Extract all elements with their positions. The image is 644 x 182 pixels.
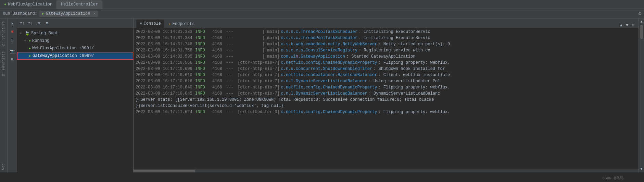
- left-tree-panel: ≡↑ ≡↓ ⊞ ▼ ▾ 🍃 Spring Boot ▾ ● Running ▶: [17, 19, 134, 172]
- springboot-tree-item[interactable]: ▾ 🍃 Spring Boot: [17, 29, 133, 37]
- log-line: 2022-03-09 16:17:10.609 INFO 4168 --- [c…: [134, 66, 639, 72]
- scroll-up-arrow[interactable]: ▲: [640, 19, 643, 24]
- log-line-continuation: },Server stats: [[Server:192.168.1.29:80…: [134, 97, 639, 103]
- stop-button[interactable]: ■: [9, 28, 16, 36]
- webflux-tab-icon: ●: [4, 2, 7, 7]
- right-scroll-panel: ▲ ▼: [639, 19, 644, 172]
- log-line: 2022-03-09 16:14:31.334 INFO 4168 --- [ …: [134, 35, 639, 41]
- far-left-panel: Z: Structure 2: Favorites Web: [0, 19, 8, 172]
- springboot-icon: 🍃: [25, 31, 30, 36]
- camera-button[interactable]: 📷: [9, 47, 16, 55]
- scroll-up-button[interactable]: ▲: [619, 23, 624, 28]
- gateway-app-label: GatewayApplication :9999/: [33, 53, 94, 58]
- filter-button[interactable]: ▼: [43, 20, 51, 27]
- vertical-tab-favorites[interactable]: 2: Favorites: [1, 49, 6, 79]
- log-line-last: 2022-03-09 16:17:11.624 INFO 4168 --- [e…: [134, 109, 639, 115]
- springboot-arrow: ▾: [20, 31, 23, 35]
- settings-icon[interactable]: ⚙: [639, 11, 641, 16]
- gateway-close-btn[interactable]: ×: [93, 12, 96, 16]
- hello-tab-label: HelloController: [61, 2, 98, 7]
- webflux-tree-item[interactable]: ▶ WebfluxApplication :8001/: [17, 45, 133, 52]
- left-action-panel: ↺ ■ ⏸ 📷 ⊞: [8, 19, 17, 172]
- webflux-tree-run-icon: ▶: [29, 46, 31, 50]
- top-file-tabs: ● WebfluxApplication HelloController: [0, 0, 644, 9]
- log-line: 2022-03-09 16:17:10.616 INFO 4168 --- [c…: [134, 78, 639, 84]
- endpoints-tab-label: Endpoints: [173, 22, 195, 26]
- sort-up-button[interactable]: ≡↑: [18, 20, 26, 27]
- running-icon: ●: [29, 39, 31, 43]
- log-line: 2022-03-09 16:14:31.333 INFO 4168 --- [ …: [134, 29, 639, 35]
- running-tree-item[interactable]: ▾ ● Running: [17, 37, 133, 45]
- console-tab[interactable]: ≡ Console: [136, 20, 164, 28]
- gateway-tab-label: GatewayApplication: [46, 11, 90, 16]
- group-button[interactable]: ⊞: [35, 20, 42, 27]
- log-line: 2022-03-09 16:14:31.748 INFO 4168 --- [ …: [134, 41, 639, 47]
- console-tabs-bar: ≡ Console ⚡ Endpoints ▲ ▼ ⚙: [134, 19, 639, 28]
- top-right-settings: ⚙: [639, 11, 641, 16]
- running-arrow: ▾: [24, 39, 27, 43]
- log-line: 2022-03-09 16:14:32.595 INFO 4168 --- [ …: [134, 53, 639, 60]
- gateway-tree-item[interactable]: ▶ GatewayApplication :9999/: [17, 52, 133, 60]
- log-output-area[interactable]: 2022-03-09 16:14:31.333 INFO 4168 --- [ …: [134, 28, 639, 169]
- vertical-tab-web[interactable]: Web: [1, 161, 6, 172]
- pause-button[interactable]: ⏸: [9, 36, 16, 44]
- springboot-label: Spring Boot: [31, 31, 58, 36]
- log-line-continuation-2: }}ServerList:ConsulServerList{serviceId=…: [134, 103, 639, 109]
- console-tab-icon: ≡: [140, 22, 142, 26]
- running-label: Running: [32, 38, 49, 43]
- gateway-tree-run-icon: ▶: [29, 54, 31, 58]
- run-dashboard-label: Run Dashboard:: [3, 11, 37, 16]
- grid-button[interactable]: ⊞: [9, 56, 16, 63]
- main-layout: Z: Structure 2: Favorites Web ↺ ■ ⏸ 📷 ⊞ …: [0, 19, 644, 172]
- scroll-track: [640, 25, 643, 166]
- scroll-thumb[interactable]: [640, 25, 643, 39]
- vertical-tab-structure[interactable]: Z: Structure: [1, 19, 6, 49]
- endpoints-tab-icon: ⚡: [168, 22, 171, 26]
- tree-container: ▾ 🍃 Spring Boot ▾ ● Running ▶ WebfluxApp…: [17, 28, 133, 172]
- webflux-tab[interactable]: ● WebfluxApplication: [0, 0, 57, 9]
- hello-tab[interactable]: HelloController: [57, 0, 102, 9]
- tree-toolbar: ≡↑ ≡↓ ⊞ ▼: [17, 19, 133, 28]
- watermark: CSDN @鸟鸟: [602, 175, 623, 181]
- gateway-run-tab[interactable]: ▶ GatewayApplication ×: [39, 11, 98, 17]
- scroll-down-arrow[interactable]: ▼: [640, 167, 643, 172]
- log-line: 2022-03-09 16:17:10.610 INFO 4168 --- [c…: [134, 72, 639, 78]
- log-line: 2022-03-09 16:14:31.758 INFO 4168 --- [ …: [134, 47, 639, 53]
- console-tab-label: Console: [144, 21, 161, 26]
- right-console-panel: ≡ Console ⚡ Endpoints ▲ ▼ ⚙ 2022-03-09 1…: [134, 19, 639, 172]
- horizontal-scrollbar[interactable]: [134, 169, 639, 172]
- gateway-tab-icon: ▶: [42, 12, 44, 16]
- log-line: 2022-03-09 16:17:10.566 INFO 4168 --- [c…: [134, 60, 639, 66]
- run-dashboard-bar: Run Dashboard: ▶ GatewayApplication × ⚙: [0, 9, 644, 19]
- webflux-app-label: WebfluxApplication :8001/: [32, 46, 94, 51]
- sort-down-button[interactable]: ≡↓: [27, 20, 34, 27]
- console-settings-icon[interactable]: ⚙: [630, 22, 636, 28]
- scroll-down-button[interactable]: ▼: [624, 23, 630, 28]
- refresh-button[interactable]: ↺: [9, 20, 16, 27]
- h-scrollbar-thumb[interactable]: [134, 170, 195, 172]
- endpoints-tab[interactable]: ⚡ Endpoints: [165, 20, 198, 28]
- webflux-tab-label: WebfluxApplication: [8, 2, 53, 7]
- log-line: 2022-03-09 16:17:10.645 INFO 4168 --- [c…: [134, 90, 639, 97]
- log-line: 2022-03-09 16:17:10.640 INFO 4168 --- [c…: [134, 84, 639, 90]
